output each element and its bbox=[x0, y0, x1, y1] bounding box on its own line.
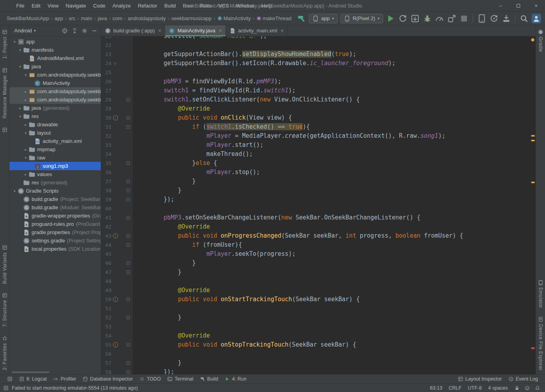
tree-item-java[interactable]: ▾java bbox=[9, 62, 101, 71]
fold-end-icon[interactable] bbox=[126, 198, 130, 201]
settings-gear-icon[interactable] bbox=[81, 28, 88, 34]
tool-stripe-build-variants[interactable]: Build Variants bbox=[2, 245, 8, 284]
tool-button-build[interactable]: Build bbox=[197, 375, 222, 383]
tree-item-mipmap[interactable]: ▸mipmap bbox=[9, 145, 101, 154]
device-select[interactable]: R(Pixel 2)▾ bbox=[340, 14, 383, 23]
chevron-down-icon[interactable]: ▾ bbox=[17, 65, 23, 69]
chevron-right-icon[interactable]: ▸ bbox=[23, 173, 28, 176]
feedback-smiley-icon[interactable] bbox=[524, 385, 530, 391]
fold-start-icon[interactable] bbox=[126, 98, 130, 101]
tree-item-activity-main-xml[interactable]: activity_main.xml bbox=[9, 137, 101, 145]
lock-icon[interactable] bbox=[514, 385, 520, 391]
sdk-manager-button[interactable] bbox=[502, 14, 511, 23]
minimize-button[interactable]: – bbox=[492, 0, 509, 11]
tree-item-settings-gradle[interactable]: Gsettings.gradle(Project Settings) bbox=[9, 236, 101, 245]
warning-stripe-mark[interactable] bbox=[531, 135, 535, 137]
tab-mainactivity-java[interactable]: CMainActivity.java× bbox=[165, 25, 226, 36]
line-ending-indicator[interactable]: CRLF bbox=[449, 385, 462, 391]
chevron-right-icon[interactable]: ▸ bbox=[23, 148, 28, 152]
sync-gradle-button[interactable] bbox=[489, 14, 499, 23]
breadcrumb-src[interactable]: src bbox=[68, 15, 77, 22]
tree-item-drawable[interactable]: ▸drawable bbox=[9, 120, 101, 129]
chevron-down-icon[interactable]: ▾ bbox=[17, 114, 23, 118]
tool-button-profiler[interactable]: Profiler bbox=[50, 375, 79, 383]
tool-stripe-device-file-explorer[interactable]: Device File Explorer bbox=[538, 317, 543, 370]
tree-item-androidmanifest-xml[interactable]: AndroidManifest.xml bbox=[9, 54, 101, 62]
tree-item-build-gradle[interactable]: Gbuild.gradle(Project: SeekBarMusicApp) bbox=[9, 195, 101, 203]
tree-item-proguard-rules-pro[interactable]: proguard-rules.pro(ProGuard Rules for ap… bbox=[9, 220, 101, 228]
tab-activity-main-xml[interactable]: activity_main.xml× bbox=[226, 25, 288, 36]
menu-view[interactable]: View bbox=[44, 0, 62, 11]
error-stripe-mark[interactable] bbox=[531, 347, 535, 349]
debug-button[interactable] bbox=[423, 14, 432, 23]
tree-item-com-androidappstudy-seekbarmusicapp[interactable]: ▸com.androidappstudy.seekbarmusicapp bbox=[9, 96, 101, 104]
encoding-indicator[interactable]: UTF-8 bbox=[468, 385, 482, 391]
attach-debugger-button[interactable] bbox=[447, 14, 457, 23]
overriding-method-icon[interactable]: ↑ bbox=[113, 342, 118, 347]
collapse-all-icon[interactable] bbox=[71, 28, 78, 34]
breadcrumb-makethread[interactable]: mmakeThread bbox=[255, 15, 293, 22]
tool-stripe-2-favorites[interactable]: 2: Favorites bbox=[2, 336, 8, 370]
hide-panel-icon[interactable] bbox=[91, 28, 98, 34]
menu-refactor[interactable]: Refactor bbox=[134, 0, 161, 11]
tool-stripe-1-project[interactable]: 1: Project bbox=[2, 29, 8, 59]
profile-button[interactable] bbox=[435, 14, 444, 23]
fold-end-icon[interactable] bbox=[126, 261, 130, 265]
close-button[interactable]: × bbox=[527, 0, 545, 11]
tool-button-layout-inspector[interactable]: Layout Inspector bbox=[455, 375, 505, 383]
fold-start-icon[interactable] bbox=[126, 298, 130, 301]
chevron-right-icon[interactable]: ▸ bbox=[17, 106, 23, 110]
project-tree[interactable]: ▾app▾manifestsAndroidManifest.xml▾java▾c… bbox=[9, 36, 101, 370]
overriding-method-icon[interactable]: ↑ bbox=[113, 233, 118, 238]
fold-end-icon[interactable] bbox=[126, 270, 130, 274]
menu-build[interactable]: Build bbox=[161, 0, 179, 11]
fold-end-icon[interactable] bbox=[126, 180, 130, 183]
fold-start-icon[interactable] bbox=[126, 343, 130, 347]
run-config-select[interactable]: app▾ bbox=[309, 14, 338, 23]
tool-stripe-resource-manager[interactable]: Resource Manager bbox=[2, 68, 8, 118]
tool-button-4-run[interactable]: 4: Run bbox=[221, 375, 250, 383]
tool-button-event-log[interactable]: Event Log bbox=[505, 375, 541, 383]
tree-item-gradle-scripts[interactable]: ▾GGradle Scripts bbox=[9, 187, 101, 195]
tree-item-raw[interactable]: ▾raw bbox=[9, 154, 101, 162]
breadcrumb-com[interactable]: com bbox=[111, 15, 124, 22]
fold-end-icon[interactable] bbox=[126, 370, 130, 374]
tree-item-com-androidappstudy-seekbarmusicapp[interactable]: ▾com.androidappstudy.seekbarmusicapp bbox=[9, 71, 101, 79]
run-button[interactable] bbox=[386, 14, 395, 23]
fold-start-icon[interactable] bbox=[126, 216, 130, 219]
chevron-right-icon[interactable]: ▸ bbox=[23, 90, 28, 94]
tree-item-res[interactable]: ▾res bbox=[9, 112, 101, 120]
menu-code[interactable]: Code bbox=[90, 0, 109, 11]
code-editor[interactable]: 21 setTitle("SeekBar Music ♫!");2223 get… bbox=[101, 36, 536, 374]
fold-start-icon[interactable] bbox=[126, 161, 130, 165]
locate-target-icon[interactable] bbox=[62, 28, 68, 34]
breadcrumb-app[interactable]: app bbox=[53, 15, 64, 22]
fold-end-icon[interactable] bbox=[126, 316, 130, 319]
close-icon[interactable]: × bbox=[219, 28, 222, 34]
chevron-right-icon[interactable]: ▸ bbox=[23, 123, 28, 127]
tool-windows-icon[interactable] bbox=[4, 375, 16, 383]
fold-end-icon[interactable] bbox=[126, 361, 130, 365]
warning-stripe-mark[interactable] bbox=[531, 140, 535, 141]
chevron-down-icon[interactable]: ▾ bbox=[23, 131, 28, 135]
tool-button-database-inspector[interactable]: Database Inspector bbox=[79, 375, 136, 383]
tree-item-layout[interactable]: ▾layout bbox=[9, 129, 101, 137]
fold-start-icon[interactable] bbox=[126, 116, 130, 120]
tree-item-local-properties[interactable]: local.properties(SDK Location) bbox=[9, 245, 101, 253]
apply-changes-button[interactable] bbox=[398, 14, 408, 23]
close-icon[interactable]: × bbox=[281, 28, 284, 34]
tree-item-mainactivity[interactable]: CMainActivity bbox=[9, 79, 101, 87]
tool-stripe-7-structure[interactable]: 7: Structure bbox=[2, 293, 8, 327]
menu-file[interactable]: File bbox=[13, 0, 28, 11]
tree-item-values[interactable]: ▸values bbox=[9, 170, 101, 178]
error-stripe[interactable] bbox=[530, 36, 536, 374]
search-everywhere-button[interactable] bbox=[519, 14, 529, 23]
tool-stripe-gradle[interactable]: GGradle bbox=[538, 29, 543, 52]
tree-item-java[interactable]: ▸java(generated) bbox=[9, 104, 101, 112]
build-hammer-button[interactable] bbox=[297, 14, 306, 23]
close-icon[interactable]: × bbox=[158, 28, 162, 34]
breadcrumb-java[interactable]: java bbox=[96, 15, 108, 22]
pinned-tool-icon[interactable] bbox=[2, 127, 8, 133]
notifications-icon[interactable] bbox=[535, 385, 540, 391]
caret-position[interactable]: 63:13 bbox=[430, 385, 442, 391]
